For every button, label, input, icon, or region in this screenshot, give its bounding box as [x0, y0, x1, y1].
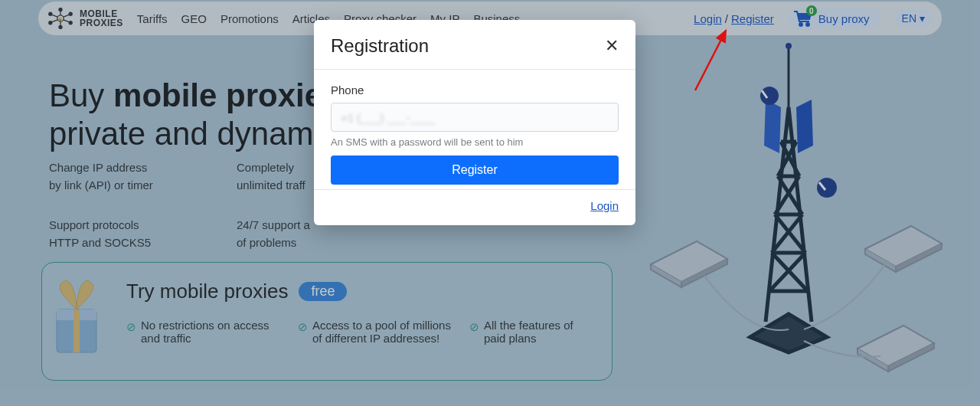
modal-title: Registration [331, 35, 429, 57]
registration-modal: Registration ✕ Phone An SMS with a passw… [314, 20, 635, 225]
login-link-modal[interactable]: Login [590, 199, 619, 212]
phone-label: Phone [331, 83, 619, 97]
phone-input[interactable] [331, 103, 619, 132]
register-button[interactable]: Register [331, 156, 619, 185]
close-icon[interactable]: ✕ [605, 38, 619, 54]
phone-hint: An SMS with a password will be sent to h… [331, 136, 619, 148]
